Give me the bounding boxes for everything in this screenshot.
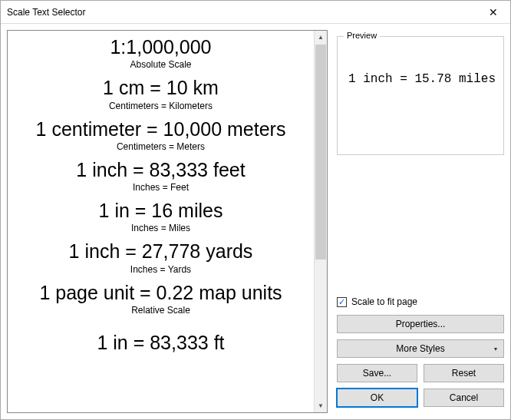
list-item[interactable]: 1:1,000,000 Absolute Scale [8, 34, 314, 74]
checkbox-label: Scale to fit page [351, 296, 417, 307]
close-button[interactable]: ✕ [476, 1, 510, 24]
ok-button[interactable]: OK [337, 389, 417, 407]
list-item[interactable]: 1 in = 16 miles Inches = Miles [8, 197, 314, 238]
list-item-sub: Relative Scale [11, 305, 311, 316]
preview-group: Preview 1 inch = 15.78 miles [337, 36, 504, 155]
scrollbar[interactable]: ▲ ▼ [314, 31, 327, 412]
list-item-main: 1:1,000,000 [11, 35, 311, 59]
list-item-main: 1 page unit = 0.22 map units [11, 281, 311, 305]
list-item-sub: Centimeters = Meters [11, 141, 311, 152]
cancel-button[interactable]: Cancel [424, 389, 504, 407]
button-label: Save... [363, 368, 391, 379]
list-item[interactable]: 1 page unit = 0.22 map units Relative Sc… [8, 279, 314, 320]
styles-scroll-area: 1:1,000,000 Absolute Scale 1 cm = 10 km … [8, 31, 314, 412]
checkbox-icon: ✓ [337, 297, 347, 307]
list-item-main: 1 inch = 83,333 feet [11, 158, 311, 182]
chevron-down-icon: ▾ [494, 346, 497, 352]
styles-list[interactable]: 1:1,000,000 Absolute Scale 1 cm = 10 km … [7, 30, 328, 413]
save-button[interactable]: Save... [337, 364, 417, 382]
controls-column: Preview 1 inch = 15.78 miles ✓ Scale to … [328, 30, 504, 413]
button-label: OK [371, 392, 384, 403]
scrollbar-thumb[interactable] [315, 45, 326, 260]
spacer [337, 155, 504, 296]
button-label: Cancel [450, 392, 478, 403]
list-item[interactable]: 1 cm = 10 km Centimeters = Kilometers [8, 74, 314, 115]
scroll-down-icon[interactable]: ▼ [315, 399, 327, 412]
scale-to-fit-checkbox[interactable]: ✓ Scale to fit page [337, 296, 504, 307]
reset-button[interactable]: Reset [424, 364, 504, 382]
list-item-main: 1 inch = 27,778 yards [11, 240, 311, 263]
list-item-sub: Inches = Yards [11, 264, 311, 275]
list-item[interactable]: 1 centimeter = 10,000 meters Centimeters… [8, 116, 314, 157]
button-label: More Styles [396, 343, 444, 354]
list-item-main: 1 in = 83,333 ft [11, 331, 311, 355]
button-label: Reset [452, 368, 476, 379]
list-item[interactable]: 1 inch = 83,333 feet Inches = Feet [8, 157, 314, 197]
list-item-main: 1 centimeter = 10,000 meters [11, 117, 311, 141]
window-title: Scale Text Selector [7, 7, 86, 18]
list-item[interactable]: 1 inch = 27,778 yards Inches = Yards [8, 238, 314, 279]
list-item-main: 1 in = 16 miles [11, 199, 311, 223]
more-styles-button[interactable]: More Styles ▾ [337, 339, 504, 358]
button-label: Properties... [396, 319, 446, 329]
list-item[interactable]: 1 in = 83,333 ft [8, 320, 314, 350]
preview-text: 1 inch = 15.78 miles [345, 52, 496, 86]
properties-button[interactable]: Properties... [337, 315, 504, 333]
list-item-sub: Absolute Scale [11, 59, 311, 70]
list-item-main: 1 cm = 10 km [11, 76, 311, 100]
preview-legend: Preview [344, 31, 380, 40]
close-icon: ✕ [489, 6, 498, 18]
styles-column: 1:1,000,000 Absolute Scale 1 cm = 10 km … [7, 30, 328, 413]
list-item-sub: Inches = Feet [11, 182, 311, 193]
list-item-sub: Centimeters = Kilometers [11, 101, 311, 111]
list-item-sub: Inches = Miles [11, 223, 311, 233]
dialog-content: 1:1,000,000 Absolute Scale 1 cm = 10 km … [1, 24, 510, 419]
scroll-up-icon[interactable]: ▲ [315, 31, 327, 44]
title-bar: Scale Text Selector ✕ [1, 1, 510, 24]
